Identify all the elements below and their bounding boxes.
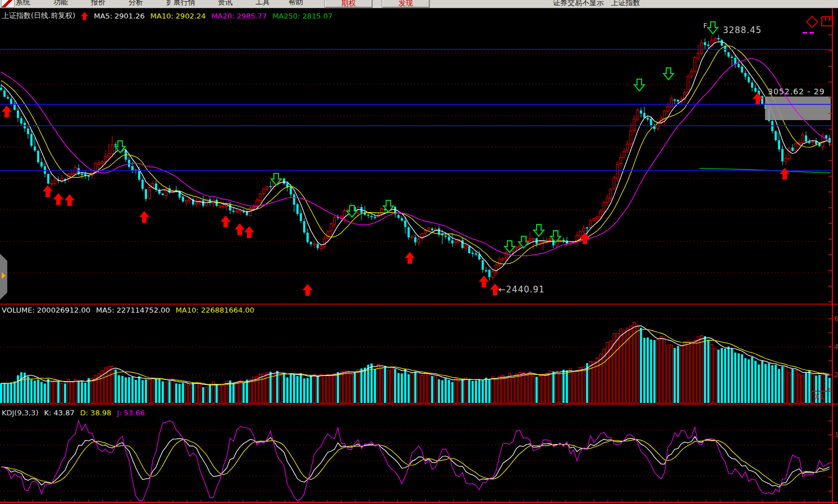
- kdj-axis-label-100: 1: [835, 431, 838, 439]
- menu-bar: 系统 功能 报价 分析 扩展行情 资讯 工具 帮助 期权 发现 证券交易不显示 …: [0, 0, 838, 8]
- ma-legend-dash-icon: [803, 32, 807, 34]
- volume-readout: VOLUME:200026912.00: [2, 306, 90, 314]
- ma250-readout: MA250:2815.07: [272, 12, 332, 20]
- low-price-label: ←2440.91: [498, 285, 545, 295]
- menu-item-tools[interactable]: 工具: [255, 0, 270, 8]
- volume-axis-label-4: 4: [834, 343, 838, 351]
- main-chart-header: 上证指数(日线.前复权) MA5:2901.26 MA10:2902.24 MA…: [2, 11, 332, 21]
- menu-item-ext-market[interactable]: 扩展行情: [166, 0, 195, 8]
- menu-item-quote[interactable]: 报价: [91, 0, 106, 8]
- status-bar-text: 证券交易不显示 上证指数: [553, 0, 640, 8]
- chart-title: 上证指数(日线.前复权): [2, 11, 75, 21]
- volume-axis-label-6: 6: [834, 315, 838, 323]
- app-logo-icon[interactable]: [1, 0, 15, 8]
- menu-item-discover[interactable]: 发现: [382, 0, 430, 8]
- vol-ma10-readout: MA10:226881664.00: [176, 306, 254, 314]
- ma10-readout: MA10:2902.24: [150, 12, 206, 20]
- kdj-pane-header: KDJ(9,3,3) K:43.87 D:38.98 J:53.66: [2, 409, 145, 417]
- chart-canvas[interactable]: [0, 0, 838, 504]
- multi-window-icon[interactable]: [821, 16, 834, 27]
- ma-legend-dash-icon: [809, 32, 814, 34]
- menu-item-system[interactable]: 系统: [16, 0, 30, 8]
- kdj-d-readout: D:38.98: [80, 409, 112, 417]
- ma20-readout: MA20:2985.77: [212, 12, 267, 20]
- range-tooltip-label: 3052.62 - 29: [768, 87, 825, 96]
- peak-price-label: 3288.45: [723, 25, 762, 35]
- menu-item-function[interactable]: 功能: [53, 0, 68, 8]
- ma5-readout: MA5:2901.26: [94, 12, 145, 20]
- kdj-k-readout: K:43.87: [44, 409, 75, 417]
- vol-ma5-readout: MA5:227114752.00: [96, 306, 170, 314]
- sidebar-expand-handle[interactable]: [0, 254, 7, 300]
- expand-arrow-icon: [2, 272, 6, 279]
- menu-item-help[interactable]: 帮助: [289, 0, 303, 8]
- peak-flag-label: F: [703, 21, 708, 30]
- volume-pane-header: VOLUME:200026912.00 MA5:227114752.00 MA1…: [2, 306, 254, 314]
- kdj-j-readout: J:53.66: [117, 409, 144, 417]
- trend-up-icon: [81, 12, 88, 20]
- menu-item-info[interactable]: 资讯: [218, 0, 232, 8]
- tdx-app-window: 系统 功能 报价 分析 扩展行情 资讯 工具 帮助 期权 发现 证券交易不显示 …: [0, 0, 838, 504]
- zoom-level-label: X1: [815, 393, 824, 401]
- kdj-title: KDJ(9,3,3): [2, 409, 39, 417]
- menu-item-analysis[interactable]: 分析: [129, 0, 143, 8]
- volume-axis-label-2: 2: [834, 371, 838, 379]
- menu-item-options[interactable]: 期权: [324, 0, 373, 8]
